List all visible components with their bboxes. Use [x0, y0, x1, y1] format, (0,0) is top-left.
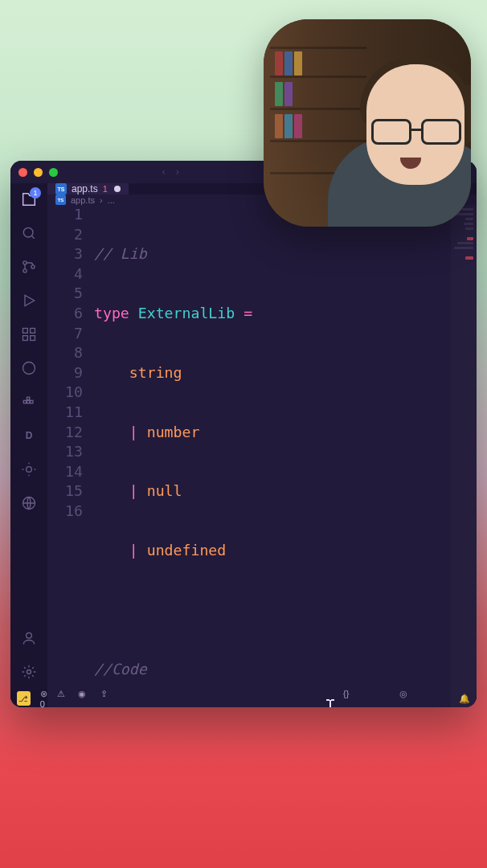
vscode-window: ‹ › 1 D TS [10, 161, 477, 707]
liveshare-icon: ⇪ [100, 689, 108, 698]
search-icon[interactable] [19, 223, 39, 243]
braces-icon: {} [343, 689, 349, 698]
svg-rect-9 [23, 400, 26, 403]
typescript-icon: TS [55, 194, 66, 205]
webcam-person [320, 64, 471, 227]
window-minimize-button[interactable] [34, 168, 43, 177]
radio-icon: ◉ [78, 689, 86, 698]
tab-app-ts[interactable]: TS app.ts 1 [47, 183, 129, 194]
editor-columns: 1 D TS app.ts 1 [10, 183, 477, 690]
code-content[interactable]: // Lib type ExternalLib = string | numbe… [94, 205, 477, 707]
editor-main: TS app.ts 1 TS app.ts › ... 1234 5678 91… [47, 183, 477, 690]
svg-rect-6 [23, 336, 28, 341]
svg-rect-11 [31, 400, 33, 403]
extensions-icon[interactable] [19, 325, 39, 344]
activity-bar: 1 D [10, 183, 47, 690]
window-close-button[interactable] [18, 168, 27, 177]
line-gutter: 1234 5678 9101112 13141516 [47, 205, 94, 707]
account-icon[interactable] [19, 628, 39, 648]
gear-icon[interactable] [19, 662, 39, 682]
svg-rect-10 [27, 400, 30, 403]
code-editor[interactable]: 1234 5678 9101112 13141516 // Lib type E… [47, 205, 477, 707]
window-maximize-button[interactable] [49, 168, 58, 177]
text-cursor-icon [160, 702, 338, 707]
svg-point-16 [27, 670, 31, 674]
svg-rect-12 [27, 397, 30, 399]
explorer-badge: 1 [30, 187, 41, 199]
chevron-right-icon: › [100, 195, 103, 205]
source-control-icon[interactable] [19, 257, 39, 276]
live-share-icon[interactable] [19, 460, 39, 479]
svg-point-3 [31, 265, 35, 268]
minimap[interactable] [451, 205, 477, 707]
svg-point-0 [23, 227, 33, 237]
breadcrumb-file[interactable]: app.ts [71, 195, 95, 205]
svg-point-13 [27, 467, 32, 473]
database-icon[interactable]: D [19, 426, 39, 445]
svg-rect-4 [23, 329, 28, 334]
svg-rect-7 [31, 336, 35, 341]
nav-forward-icon[interactable]: › [174, 166, 180, 178]
svg-point-1 [23, 261, 27, 264]
tab-error-count: 1 [103, 184, 108, 194]
docker-icon[interactable] [19, 392, 39, 411]
svg-point-15 [27, 633, 32, 638]
breadcrumb-rest[interactable]: ... [108, 195, 115, 205]
globe-icon[interactable] [19, 493, 39, 513]
explorer-icon[interactable]: 1 [19, 190, 39, 209]
webcam-overlay [264, 19, 471, 227]
svg-rect-5 [31, 329, 35, 334]
warning-icon: ⚠ [57, 689, 65, 698]
run-debug-icon[interactable] [19, 291, 39, 310]
error-icon: ⊗ [40, 689, 47, 698]
titlebar-nav: ‹ › [161, 166, 180, 178]
remote-indicator[interactable]: ⎇ [17, 691, 31, 706]
svg-point-8 [23, 362, 35, 375]
tab-dirty-indicator [114, 186, 121, 192]
svg-point-2 [23, 269, 27, 272]
tab-filename: app.ts [72, 183, 98, 194]
typescript-icon: TS [55, 183, 67, 194]
broadcast-icon: ◎ [399, 689, 407, 698]
remote-icon[interactable] [19, 358, 39, 378]
bell-icon[interactable]: 🔔 [459, 694, 470, 704]
nav-back-icon[interactable]: ‹ [161, 166, 166, 178]
